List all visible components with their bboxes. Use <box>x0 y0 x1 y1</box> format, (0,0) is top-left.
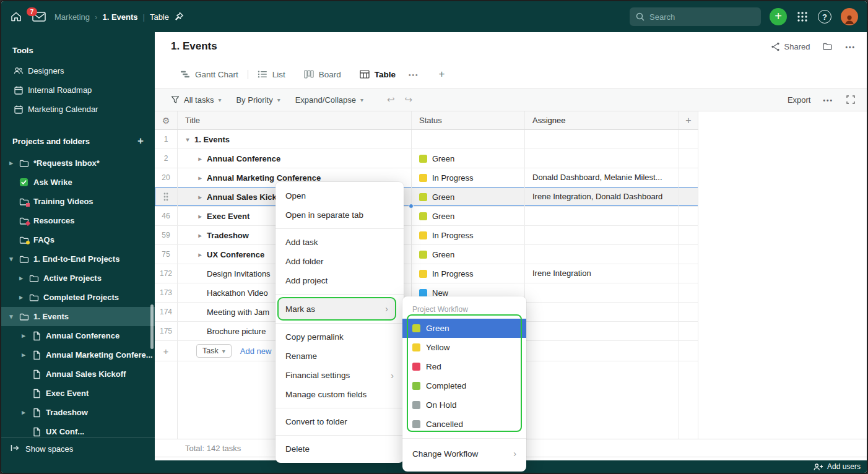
export-button[interactable]: Export <box>788 95 811 105</box>
assignee-cell[interactable]: Irene Integration <box>525 264 679 283</box>
home-icon[interactable] <box>10 11 22 23</box>
menu-item-convert-to-folder[interactable]: Convert to folder <box>276 412 404 431</box>
new-task-type-button[interactable]: Task <box>196 344 232 358</box>
search-input[interactable] <box>630 7 761 26</box>
sidebar-item-end-to-end-projects[interactable]: 1. End-to-End Projects <box>1 249 155 269</box>
sidebar-item-resources[interactable]: Resources <box>1 211 155 230</box>
chevron-down-icon[interactable] <box>7 255 15 263</box>
chevron-right-icon[interactable] <box>196 232 204 239</box>
chevron-down-icon[interactable] <box>7 312 15 321</box>
status-cell[interactable] <box>412 130 525 149</box>
fullscreen-icon[interactable] <box>846 95 856 105</box>
submenu-item-cancelled[interactable]: Cancelled <box>402 415 526 434</box>
assignee-cell[interactable] <box>525 130 679 149</box>
chevron-right-icon[interactable] <box>196 155 204 162</box>
breadcrumb-space[interactable]: Marketing <box>54 12 90 22</box>
status-cell[interactable]: Green <box>412 187 525 206</box>
table-row[interactable]: 172 Design Invitations In Progress Irene… <box>155 264 698 283</box>
menu-item-add-folder[interactable]: Add folder <box>276 252 404 271</box>
table-row[interactable]: 1 1. Events <box>155 130 698 149</box>
assignee-cell[interactable]: Irene Integration, Donald Dashboard <box>525 187 679 206</box>
table-row[interactable]: 59 Tradeshow In Progress <box>155 226 698 245</box>
table-row[interactable]: 20 Annual Marketing Conference In Progre… <box>155 168 698 187</box>
status-cell[interactable]: Green <box>412 245 525 264</box>
chevron-right-icon[interactable] <box>17 274 25 282</box>
sidebar-item-events[interactable]: 1. Events <box>1 307 155 326</box>
status-cell[interactable]: Green <box>412 149 525 168</box>
tab-gantt-chart[interactable]: Gantt Chart <box>171 61 248 88</box>
column-header-assignee[interactable]: Assignee <box>525 111 679 129</box>
create-new-button[interactable] <box>770 8 787 25</box>
task-title-cell[interactable]: Annual Conference <box>178 149 412 168</box>
sidebar-item-annual-conference[interactable]: Annual Conference <box>1 326 155 345</box>
add-users-button[interactable]: Add users <box>813 462 861 471</box>
table-row[interactable]: 46 Exec Event Green <box>155 207 698 226</box>
sidebar-scrollbar-thumb[interactable] <box>150 304 154 349</box>
assignee-cell[interactable] <box>525 245 679 264</box>
assignee-cell[interactable]: Donald Dashboard, Melanie Milest... <box>525 168 679 187</box>
assignee-cell[interactable] <box>525 226 679 244</box>
chevron-right-icon[interactable] <box>17 293 25 301</box>
status-cell[interactable]: In Progress <box>412 226 525 244</box>
menu-item-add-project[interactable]: Add project <box>276 271 404 290</box>
add-new-button[interactable]: Add new <box>240 347 272 356</box>
assignee-cell[interactable] <box>525 322 679 340</box>
sidebar-item-tradeshow[interactable]: Tradeshow <box>1 403 155 422</box>
drag-handle-icon[interactable] <box>163 192 169 202</box>
sort-by-priority[interactable]: By Priority <box>236 95 280 105</box>
chevron-right-icon[interactable] <box>7 159 15 167</box>
sidebar-item-internal-roadmap[interactable]: Internal Roadmap <box>1 80 155 100</box>
submenu-item-yellow[interactable]: Yellow <box>402 338 526 357</box>
table-row[interactable]: 2 Annual Conference Green <box>155 149 698 168</box>
tab-board[interactable]: Board <box>295 61 350 88</box>
submenu-item-red[interactable]: Red <box>402 357 526 376</box>
undo-icon[interactable]: ↩ <box>387 94 395 105</box>
add-view-icon[interactable] <box>423 68 461 80</box>
shared-button[interactable]: Shared <box>771 42 810 51</box>
inbox-icon[interactable]: 7 <box>32 12 46 22</box>
assignee-cell[interactable] <box>525 283 679 302</box>
task-title-cell[interactable]: 1. Events <box>178 130 412 149</box>
sidebar-item-ask-wrike[interactable]: Ask Wrike <box>1 173 155 192</box>
chevron-right-icon[interactable] <box>196 213 204 220</box>
chevron-right-icon[interactable] <box>20 351 27 359</box>
add-column-icon[interactable] <box>679 111 698 129</box>
show-spaces-button[interactable]: Show spaces <box>1 437 155 460</box>
apps-grid-icon[interactable] <box>797 11 808 22</box>
sidebar-item-requests-inbox[interactable]: *Requests Inbox* <box>1 153 155 173</box>
menu-item-manage-custom-fields[interactable]: Manage custom fields <box>276 385 404 404</box>
chevron-down-icon[interactable] <box>184 136 191 143</box>
menu-item-mark-as[interactable]: Mark as <box>279 298 395 319</box>
assignee-cell[interactable] <box>525 303 679 321</box>
add-project-icon[interactable] <box>137 135 144 147</box>
help-icon[interactable] <box>818 10 831 24</box>
sidebar-item-training-videos[interactable]: Training Videos <box>1 192 155 211</box>
pin-icon[interactable] <box>174 12 184 22</box>
row-drag-cell[interactable] <box>155 187 178 206</box>
redo-icon[interactable]: ↪ <box>405 94 413 105</box>
menu-item-copy-permalink[interactable]: Copy permalink <box>276 327 404 347</box>
expand-collapse[interactable]: Expand/Collapse <box>295 95 363 105</box>
toolbar-more-icon[interactable] <box>823 95 833 105</box>
sidebar-item-annual-marketing-conference[interactable]: Annual Marketing Confere... <box>1 345 155 364</box>
menu-item-delete[interactable]: Delete <box>276 439 404 459</box>
filter-all-tasks[interactable]: All tasks <box>171 95 221 105</box>
add-task-plus-icon[interactable] <box>155 341 178 361</box>
sidebar-item-annual-sales-kickoff[interactable]: Annual Sales Kickoff <box>1 364 155 384</box>
status-cell[interactable]: Green <box>412 207 525 225</box>
menu-item-open-separate-tab[interactable]: Open in separate tab <box>276 205 404 225</box>
assignee-cell[interactable] <box>525 149 679 168</box>
breadcrumb-view[interactable]: Table <box>150 12 169 22</box>
fill-handle[interactable] <box>409 204 414 209</box>
tab-more-icon[interactable] <box>405 70 423 79</box>
user-avatar[interactable] <box>841 8 858 25</box>
menu-item-open[interactable]: Open <box>276 186 404 205</box>
submenu-item-completed[interactable]: Completed <box>402 376 526 395</box>
table-settings-gear-icon[interactable] <box>155 111 178 129</box>
status-cell[interactable]: In Progress <box>412 264 525 283</box>
sidebar-item-exec-event[interactable]: Exec Event <box>1 384 155 403</box>
column-header-status[interactable]: Status <box>412 111 525 129</box>
sidebar-item-completed-projects[interactable]: Completed Projects <box>1 288 155 307</box>
submenu-item-green[interactable]: Green <box>402 319 526 338</box>
table-row[interactable]: 75 UX Conference Green <box>155 245 698 264</box>
